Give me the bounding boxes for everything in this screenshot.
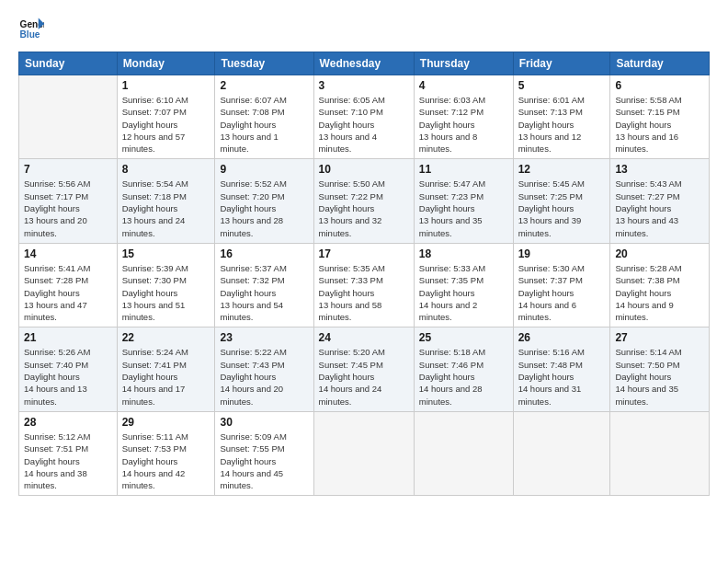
day-number: 28: [24, 416, 112, 429]
day-number: 23: [220, 331, 308, 344]
day-info: Sunrise: 5:41 AMSunset: 7:28 PMDaylight …: [24, 262, 112, 323]
day-info: Sunrise: 5:09 AMSunset: 7:55 PMDaylight …: [220, 431, 308, 491]
calendar-cell: [313, 411, 414, 495]
day-info: Sunrise: 5:22 AMSunset: 7:43 PMDaylight …: [220, 346, 308, 407]
day-info: Sunrise: 5:39 AMSunset: 7:30 PMDaylight …: [122, 262, 210, 323]
day-info: Sunrise: 5:18 AMSunset: 7:46 PMDaylight …: [419, 346, 508, 407]
calendar-week-row: 1Sunrise: 6:10 AMSunset: 7:07 PMDaylight…: [19, 75, 710, 159]
calendar-cell: 23Sunrise: 5:22 AMSunset: 7:43 PMDayligh…: [215, 327, 313, 411]
day-info: Sunrise: 5:35 AMSunset: 7:33 PMDaylight …: [319, 262, 409, 323]
day-number: 25: [419, 331, 508, 344]
calendar-cell: 10Sunrise: 5:50 AMSunset: 7:22 PMDayligh…: [313, 159, 414, 243]
calendar-cell: 20Sunrise: 5:28 AMSunset: 7:38 PMDayligh…: [610, 243, 710, 327]
calendar-cell: 4Sunrise: 6:03 AMSunset: 7:12 PMDaylight…: [414, 75, 513, 159]
day-number: 6: [615, 79, 704, 92]
day-info: Sunrise: 5:47 AMSunset: 7:23 PMDaylight …: [419, 178, 508, 238]
calendar-cell: [610, 411, 710, 495]
day-info: Sunrise: 5:52 AMSunset: 7:20 PMDaylight …: [220, 178, 308, 238]
calendar-cell: 18Sunrise: 5:33 AMSunset: 7:35 PMDayligh…: [414, 243, 513, 327]
day-info: Sunrise: 5:30 AMSunset: 7:37 PMDaylight …: [518, 262, 606, 323]
day-number: 2: [220, 79, 308, 92]
day-number: 26: [518, 331, 606, 344]
day-number: 18: [419, 247, 508, 260]
day-info: Sunrise: 5:26 AMSunset: 7:40 PMDaylight …: [24, 346, 112, 407]
calendar-cell: [19, 75, 118, 159]
svg-text:Blue: Blue: [20, 29, 40, 40]
calendar-table: SundayMondayTuesdayWednesdayThursdayFrid…: [18, 52, 710, 496]
day-info: Sunrise: 5:37 AMSunset: 7:32 PMDaylight …: [220, 262, 308, 323]
weekday-header: Friday: [513, 52, 610, 75]
calendar-cell: 17Sunrise: 5:35 AMSunset: 7:33 PMDayligh…: [313, 243, 414, 327]
logo: General Blue: [18, 17, 44, 42]
day-number: 16: [220, 247, 308, 260]
calendar-cell: 19Sunrise: 5:30 AMSunset: 7:37 PMDayligh…: [513, 243, 610, 327]
calendar-week-row: 21Sunrise: 5:26 AMSunset: 7:40 PMDayligh…: [19, 327, 710, 411]
day-info: Sunrise: 6:05 AMSunset: 7:10 PMDaylight …: [319, 94, 409, 155]
calendar-cell: 27Sunrise: 5:14 AMSunset: 7:50 PMDayligh…: [610, 327, 710, 411]
weekday-header: Sunday: [19, 52, 118, 75]
calendar-cell: 15Sunrise: 5:39 AMSunset: 7:30 PMDayligh…: [117, 243, 215, 327]
day-number: 7: [24, 163, 112, 176]
day-number: 29: [122, 416, 210, 429]
calendar-cell: 3Sunrise: 6:05 AMSunset: 7:10 PMDaylight…: [313, 75, 414, 159]
day-info: Sunrise: 5:45 AMSunset: 7:25 PMDaylight …: [518, 178, 606, 238]
day-info: Sunrise: 5:12 AMSunset: 7:51 PMDaylight …: [24, 431, 112, 491]
day-info: Sunrise: 6:01 AMSunset: 7:13 PMDaylight …: [518, 94, 606, 155]
day-number: 19: [518, 247, 606, 260]
weekday-header: Thursday: [414, 52, 513, 75]
calendar-cell: 24Sunrise: 5:20 AMSunset: 7:45 PMDayligh…: [313, 327, 414, 411]
day-number: 14: [24, 247, 112, 260]
day-info: Sunrise: 5:20 AMSunset: 7:45 PMDaylight …: [319, 346, 409, 407]
calendar-cell: 25Sunrise: 5:18 AMSunset: 7:46 PMDayligh…: [414, 327, 513, 411]
day-info: Sunrise: 6:03 AMSunset: 7:12 PMDaylight …: [419, 94, 508, 155]
calendar-cell: 6Sunrise: 5:58 AMSunset: 7:15 PMDaylight…: [610, 75, 710, 159]
day-number: 4: [419, 79, 508, 92]
weekday-header: Saturday: [610, 52, 710, 75]
day-number: 17: [319, 247, 409, 260]
calendar-cell: 26Sunrise: 5:16 AMSunset: 7:48 PMDayligh…: [513, 327, 610, 411]
day-number: 30: [220, 416, 308, 429]
page: General Blue SundayMondayTuesdayWednesda…: [0, 0, 728, 563]
day-number: 12: [518, 163, 606, 176]
calendar-cell: [513, 411, 610, 495]
day-number: 3: [319, 79, 409, 92]
calendar-cell: 16Sunrise: 5:37 AMSunset: 7:32 PMDayligh…: [215, 243, 313, 327]
weekday-header: Monday: [117, 52, 215, 75]
calendar-cell: 28Sunrise: 5:12 AMSunset: 7:51 PMDayligh…: [19, 411, 118, 495]
calendar-cell: 7Sunrise: 5:56 AMSunset: 7:17 PMDaylight…: [19, 159, 118, 243]
day-number: 15: [122, 247, 210, 260]
calendar-cell: 30Sunrise: 5:09 AMSunset: 7:55 PMDayligh…: [215, 411, 313, 495]
day-info: Sunrise: 5:43 AMSunset: 7:27 PMDaylight …: [615, 178, 704, 238]
day-number: 8: [122, 163, 210, 176]
day-info: Sunrise: 6:10 AMSunset: 7:07 PMDaylight …: [122, 94, 210, 155]
calendar-cell: 11Sunrise: 5:47 AMSunset: 7:23 PMDayligh…: [414, 159, 513, 243]
day-info: Sunrise: 5:28 AMSunset: 7:38 PMDaylight …: [615, 262, 704, 323]
calendar-cell: 12Sunrise: 5:45 AMSunset: 7:25 PMDayligh…: [513, 159, 610, 243]
day-number: 24: [319, 331, 409, 344]
day-number: 10: [319, 163, 409, 176]
weekday-header: Wednesday: [313, 52, 414, 75]
day-number: 13: [615, 163, 704, 176]
calendar-cell: 13Sunrise: 5:43 AMSunset: 7:27 PMDayligh…: [610, 159, 710, 243]
day-info: Sunrise: 6:07 AMSunset: 7:08 PMDaylight …: [220, 94, 308, 155]
day-info: Sunrise: 5:58 AMSunset: 7:15 PMDaylight …: [615, 94, 704, 155]
calendar-week-row: 7Sunrise: 5:56 AMSunset: 7:17 PMDaylight…: [19, 159, 710, 243]
calendar-cell: 8Sunrise: 5:54 AMSunset: 7:18 PMDaylight…: [117, 159, 215, 243]
calendar-cell: 14Sunrise: 5:41 AMSunset: 7:28 PMDayligh…: [19, 243, 118, 327]
day-number: 1: [122, 79, 210, 92]
day-info: Sunrise: 5:24 AMSunset: 7:41 PMDaylight …: [122, 346, 210, 407]
day-number: 22: [122, 331, 210, 344]
day-info: Sunrise: 5:50 AMSunset: 7:22 PMDaylight …: [319, 178, 409, 238]
day-number: 9: [220, 163, 308, 176]
day-number: 11: [419, 163, 508, 176]
day-number: 21: [24, 331, 112, 344]
calendar-cell: 1Sunrise: 6:10 AMSunset: 7:07 PMDaylight…: [117, 75, 215, 159]
calendar-cell: 29Sunrise: 5:11 AMSunset: 7:53 PMDayligh…: [117, 411, 215, 495]
day-info: Sunrise: 5:33 AMSunset: 7:35 PMDaylight …: [419, 262, 508, 323]
day-info: Sunrise: 5:14 AMSunset: 7:50 PMDaylight …: [615, 346, 704, 407]
day-number: 20: [615, 247, 704, 260]
calendar-cell: 21Sunrise: 5:26 AMSunset: 7:40 PMDayligh…: [19, 327, 118, 411]
weekday-header-row: SundayMondayTuesdayWednesdayThursdayFrid…: [19, 52, 710, 75]
calendar-week-row: 14Sunrise: 5:41 AMSunset: 7:28 PMDayligh…: [19, 243, 710, 327]
day-info: Sunrise: 5:56 AMSunset: 7:17 PMDaylight …: [24, 178, 112, 238]
